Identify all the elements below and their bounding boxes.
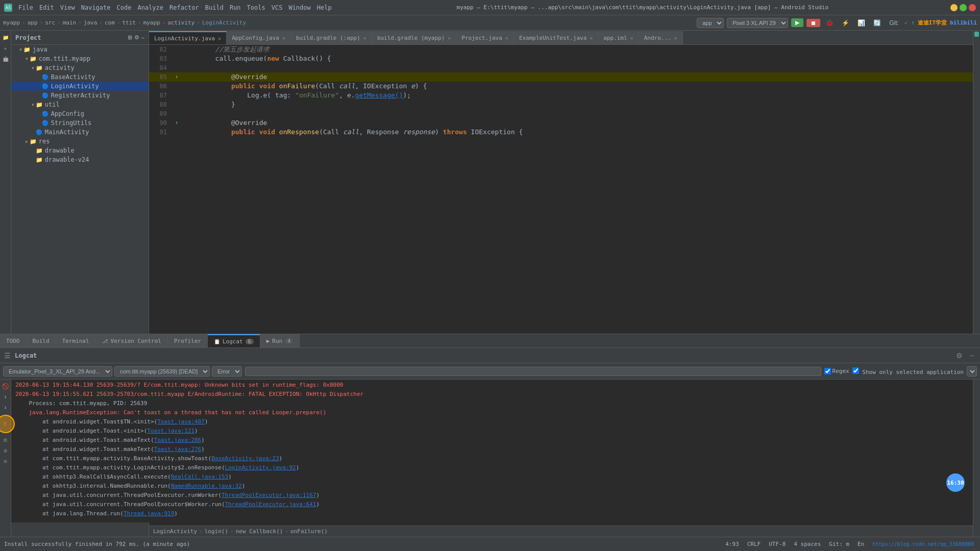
tab-close-appiml[interactable]: ✕ bbox=[630, 35, 633, 41]
menu-vcs[interactable]: VCS bbox=[268, 3, 286, 12]
logcat-scroll-bottom-btn[interactable]: ⬇ bbox=[1, 403, 10, 413]
tab-exampleunit[interactable]: ExampleUnitTest.java ✕ bbox=[514, 31, 598, 44]
logcat-content[interactable]: 2020-06-13 19:15:44.130 25639-25639/? E/… bbox=[11, 380, 973, 522]
link-toast-286[interactable]: Toast.java:286 bbox=[154, 437, 202, 443]
tab-logcat[interactable]: 📋 Logcat 6 bbox=[208, 334, 260, 347]
sidebar-toggle-favorites[interactable]: ★ bbox=[1, 43, 10, 53]
logcat-scroll-top-btn[interactable]: ⬆ bbox=[1, 392, 10, 402]
package-selector[interactable]: com.ttit.myapp (25639) [DEAD] bbox=[114, 366, 210, 377]
tab-andro[interactable]: Andro... ✕ bbox=[639, 31, 683, 44]
stop-button[interactable]: ⏹ bbox=[806, 19, 820, 27]
nav-activity[interactable]: activity bbox=[167, 19, 194, 26]
regex-checkbox[interactable] bbox=[824, 368, 831, 374]
run-button[interactable]: ▶ bbox=[791, 18, 803, 27]
tab-close-buildgradle-app[interactable]: ✕ bbox=[363, 35, 366, 41]
nav-app[interactable]: app bbox=[28, 19, 38, 26]
nav-java[interactable]: java bbox=[84, 19, 97, 26]
nav-project[interactable]: myapp bbox=[3, 19, 20, 26]
scrollbar-thumb[interactable] bbox=[974, 32, 979, 37]
tree-item-registeractivity[interactable]: ▼ 🔵 RegisterActivity bbox=[11, 91, 149, 100]
sidebar-gear-btn[interactable]: ⚙ bbox=[134, 34, 139, 41]
close-button[interactable] bbox=[969, 4, 976, 11]
logcat-collapse-icon[interactable]: ☰ bbox=[4, 352, 11, 360]
logcat-filter-btn[interactable]: ⊞ bbox=[1, 435, 10, 445]
cursor-position[interactable]: 4:93 bbox=[723, 541, 741, 547]
blog-link[interactable]: https://blog.csdn.net/qq_33608080 bbox=[870, 541, 976, 547]
link-threadpool-1167[interactable]: ThreadPoolExecutor.java:1167 bbox=[222, 492, 316, 498]
nav-main[interactable]: main bbox=[63, 19, 77, 26]
menu-tools[interactable]: Tools bbox=[244, 3, 268, 12]
logcat-search-input[interactable] bbox=[245, 367, 821, 376]
link-toast-121[interactable]: Toast.java:121 bbox=[147, 428, 194, 434]
menu-help[interactable]: Help bbox=[314, 3, 335, 12]
tab-close-project[interactable]: ✕ bbox=[505, 35, 508, 41]
logcat-minimize-btn[interactable]: − bbox=[968, 350, 976, 361]
link-loginactivity-92[interactable]: LoginActivity.java:92 bbox=[225, 464, 296, 471]
logcat-scrollbar[interactable] bbox=[973, 380, 980, 522]
loglevel-selector[interactable]: Error bbox=[212, 366, 242, 377]
profile-button[interactable]: 📊 bbox=[855, 18, 868, 28]
indent[interactable]: 4 spaces bbox=[792, 541, 823, 547]
nav-src[interactable]: src bbox=[45, 19, 55, 26]
link-toast-276[interactable]: Toast.java:276 bbox=[154, 446, 202, 453]
show-only-checkbox-label[interactable]: Show only selected application bbox=[852, 367, 964, 375]
breadcrumb-callback[interactable]: new Callback() bbox=[236, 528, 283, 535]
menu-navigate[interactable]: Navigate bbox=[78, 3, 114, 12]
sync-button[interactable]: 🔄 bbox=[871, 18, 884, 28]
tab-close-buildgradle-myapp[interactable]: ✕ bbox=[448, 35, 451, 41]
show-only-checkbox[interactable] bbox=[852, 367, 859, 374]
tab-close-loginactivity[interactable]: ✕ bbox=[218, 36, 221, 41]
menu-build[interactable]: Build bbox=[202, 3, 227, 12]
logcat-settings-btn[interactable]: ⚙ bbox=[954, 350, 965, 361]
tab-versioncontrol[interactable]: ⎇ Version Control bbox=[96, 334, 168, 347]
nav-ttit[interactable]: ttit bbox=[122, 19, 136, 26]
menu-edit[interactable]: Edit bbox=[36, 3, 57, 12]
emulator-selector[interactable]: Emulator_Pixel_3_XL_API_29 And... bbox=[3, 366, 112, 377]
link-thread-919[interactable]: Thread.java:919 bbox=[124, 510, 174, 517]
nav-myapp[interactable]: myapp bbox=[143, 19, 160, 26]
sidebar-toggle-android[interactable]: 🤖 bbox=[1, 54, 10, 63]
link-baseactivity-23[interactable]: BaseActivity.java:23 bbox=[211, 455, 279, 462]
logcat-format-btn[interactable]: ≡ bbox=[1, 457, 10, 466]
tab-loginactivity[interactable]: LoginActivity.java ✕ bbox=[149, 31, 227, 44]
tab-run[interactable]: ▶ Run 4 bbox=[260, 334, 300, 347]
tree-item-stringutils[interactable]: ▼ 🔵 StringUtils bbox=[11, 118, 149, 128]
logcat-settings2-btn[interactable]: ⚙ bbox=[1, 446, 10, 456]
tab-buildgradle-app[interactable]: build.gradle (:app) ✕ bbox=[291, 31, 372, 44]
tab-project[interactable]: Project.java ✕ bbox=[456, 31, 514, 44]
tree-item-loginactivity[interactable]: ▼ 🔵 LoginActivity bbox=[11, 82, 149, 91]
breadcrumb-loginactivity[interactable]: LoginActivity bbox=[153, 528, 197, 535]
tree-item-mainactivity[interactable]: ▼ 🔵 MainActivity bbox=[11, 128, 149, 137]
breadcrumb-login[interactable]: login() bbox=[205, 528, 228, 535]
tree-item-baseactivity[interactable]: ▼ 🔵 BaseActivity bbox=[11, 72, 149, 82]
link-namedrunnable-32[interactable]: NamedRunnable.java:32 bbox=[171, 483, 242, 489]
nav-com[interactable]: com bbox=[105, 19, 115, 26]
show-only-dropdown[interactable] bbox=[967, 366, 977, 377]
menu-analyze[interactable]: Analyze bbox=[134, 3, 166, 12]
tab-todo[interactable]: TODO bbox=[0, 334, 27, 347]
tab-appconfig[interactable]: AppConfig.java ✕ bbox=[227, 31, 291, 44]
menu-window[interactable]: Window bbox=[285, 3, 313, 12]
sidebar-sync-btn[interactable]: ⊞ bbox=[128, 34, 132, 41]
regex-checkbox-label[interactable]: Regex bbox=[824, 368, 849, 374]
tree-item-java[interactable]: ▼ 📁 java bbox=[11, 45, 149, 54]
device-selector[interactable]: Pixel 3 XL API 29 bbox=[727, 18, 788, 28]
encoding[interactable]: UTF-8 bbox=[767, 541, 788, 547]
minimize-button[interactable] bbox=[950, 4, 958, 11]
tree-item-appconfig[interactable]: ▼ 🔵 AppConfig bbox=[11, 109, 149, 118]
tree-item-res[interactable]: ▶ 📁 res bbox=[11, 137, 149, 146]
link-toast-407[interactable]: Toast.java:407 bbox=[157, 418, 205, 425]
breadcrumb-onfailure[interactable]: onFailure() bbox=[290, 528, 328, 535]
link-realcall-153[interactable]: RealCall.java:153 bbox=[171, 473, 229, 480]
tab-close-andro[interactable]: ✕ bbox=[674, 35, 677, 41]
sidebar-toggle-project[interactable]: 📁 bbox=[1, 33, 10, 42]
link-threadpool-641[interactable]: ThreadPoolExecutor.java:641 bbox=[225, 501, 316, 508]
tree-item-util[interactable]: ▼ 📁 util bbox=[11, 100, 149, 109]
tab-close-appconfig[interactable]: ✕ bbox=[282, 35, 285, 41]
debug-button[interactable]: 🐞 bbox=[823, 18, 836, 28]
sidebar-minus-btn[interactable]: − bbox=[141, 34, 144, 41]
git-status-bar[interactable]: Git: m bbox=[827, 541, 851, 547]
nav-file[interactable]: LoginActivity bbox=[202, 19, 246, 26]
tree-item-com-ttit[interactable]: ▼ 📁 com.ttit.myapp bbox=[11, 54, 149, 63]
menu-run[interactable]: Run bbox=[227, 3, 244, 12]
